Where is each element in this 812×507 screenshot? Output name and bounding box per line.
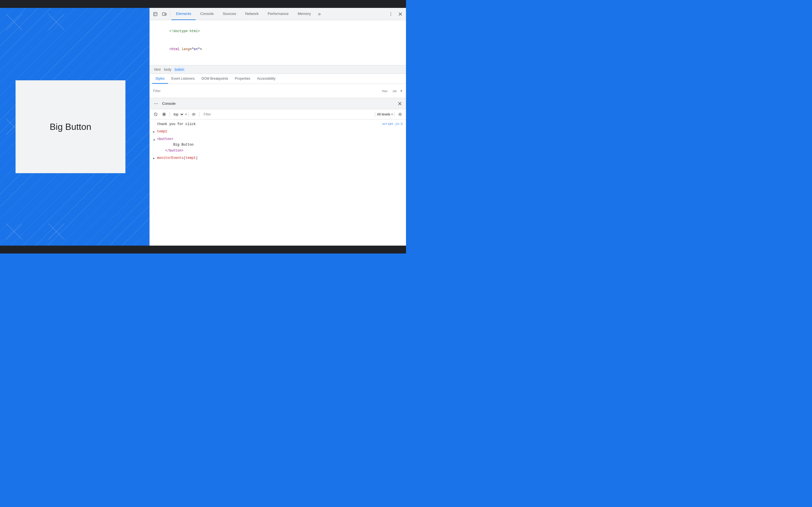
- html-line-head[interactable]: ▶ <head>…</head>: [150, 58, 406, 65]
- console-element-content: <button> Big Button </button>: [157, 136, 194, 154]
- console-separator-4: |: [374, 111, 376, 117]
- console-separator-2: |: [188, 111, 189, 117]
- console-stop-button[interactable]: [160, 111, 168, 118]
- sub-tab-dom-breakpoints[interactable]: DOM Breakpoints: [198, 74, 232, 83]
- tab-elements[interactable]: Elements: [171, 8, 196, 20]
- console-output[interactable]: ▶ thank you for click script.js:2 ▶ temp…: [150, 119, 406, 245]
- big-button-container[interactable]: Big Button: [15, 80, 125, 173]
- hov-button[interactable]: :hov: [380, 89, 389, 93]
- styles-filter-input[interactable]: [153, 89, 378, 93]
- sub-tab-styles[interactable]: Styles: [152, 74, 168, 83]
- html-tree: <!doctype html> <html lang="en"> ▶ <head…: [150, 20, 406, 65]
- svg-point-10: [154, 103, 155, 104]
- console-context-select[interactable]: top: [171, 112, 184, 117]
- console-filter-input[interactable]: [201, 112, 373, 117]
- console-line-log[interactable]: ▶ thank you for click script.js:2: [150, 121, 406, 128]
- console-title: Console: [162, 101, 396, 106]
- console-line-monitor-events[interactable]: ▶ monitorEvents(temp1): [150, 154, 406, 162]
- console-eye-button[interactable]: [190, 111, 197, 118]
- console-line-button-element[interactable]: ◀ <button> Big Button </button>: [150, 135, 406, 154]
- html-line-html[interactable]: <html lang="en">: [150, 40, 406, 58]
- breadcrumb-html[interactable]: html: [153, 67, 162, 72]
- browser-top-bar: [0, 0, 406, 8]
- console-separator-3: |: [199, 111, 200, 117]
- svg-point-7: [391, 15, 391, 15]
- svg-line-16: [155, 113, 157, 115]
- elements-panel[interactable]: <!doctype html> <html lang="en"> ▶ <head…: [150, 20, 406, 65]
- expand-icon[interactable]: ▶: [153, 129, 155, 134]
- inspect-element-button[interactable]: [151, 10, 160, 18]
- console-menu-button[interactable]: [152, 100, 160, 108]
- more-tabs-button[interactable]: »: [315, 10, 323, 18]
- cls-button[interactable]: .cls: [391, 89, 398, 93]
- toolbar-divider: [170, 11, 170, 17]
- big-button-text: Big Button: [50, 122, 91, 132]
- html-line-doctype[interactable]: <!doctype html>: [150, 22, 406, 40]
- sub-tab-properties[interactable]: Properties: [232, 74, 254, 83]
- svg-point-11: [156, 103, 156, 104]
- svg-point-6: [391, 13, 391, 14]
- svg-rect-4: [165, 13, 166, 15]
- svg-point-5: [391, 12, 391, 13]
- tab-console[interactable]: Console: [196, 8, 218, 20]
- tab-performance[interactable]: Performance: [263, 8, 293, 20]
- expand-icon[interactable]: ◀: [152, 138, 156, 140]
- console-header: Console: [150, 98, 406, 109]
- close-devtools-button[interactable]: [396, 10, 405, 18]
- sub-tab-event-listeners[interactable]: Event Listeners: [168, 74, 198, 83]
- console-toolbar: | top ▾ | | | All levels ▾ |: [150, 109, 406, 119]
- add-style-button[interactable]: +: [400, 89, 403, 94]
- customize-devtools-button[interactable]: [386, 10, 395, 18]
- devtools-tabs: Elements Console Sources Network Perform…: [171, 8, 386, 20]
- console-monitor-text: monitorEvents(temp1): [157, 155, 403, 161]
- tab-sources[interactable]: Sources: [218, 8, 241, 20]
- breadcrumb-button[interactable]: button: [174, 67, 185, 72]
- svg-rect-0: [154, 12, 157, 16]
- console-separator: |: [169, 111, 170, 117]
- context-dropdown-arrow: ▾: [185, 113, 187, 116]
- devtools-toolbar: Elements Console Sources Network Perform…: [150, 8, 406, 20]
- console-clear-button[interactable]: [152, 111, 159, 118]
- console-log-text: thank you for click: [157, 121, 380, 127]
- svg-point-20: [193, 114, 195, 115]
- toolbar-actions: [386, 10, 405, 18]
- svg-point-12: [157, 103, 158, 104]
- tab-memory[interactable]: Memory: [293, 8, 315, 20]
- tab-network[interactable]: Network: [241, 8, 263, 20]
- breadcrumb-body[interactable]: body: [163, 67, 172, 72]
- svg-point-21: [400, 114, 401, 115]
- webpage-preview: Big Button: [0, 8, 141, 245]
- console-source-link[interactable]: script.js:2: [382, 121, 403, 127]
- console-levels-label: All levels: [377, 112, 390, 116]
- console-line-temp1[interactable]: ▶ temp1: [150, 128, 406, 135]
- styles-filter-bar: :hov .cls +: [150, 84, 406, 98]
- console-var-temp1: temp1: [157, 129, 403, 134]
- svg-rect-3: [162, 13, 165, 15]
- browser-bottom-bar: [0, 245, 406, 253]
- sub-tabs-bar: Styles Event Listeners DOM Breakpoints P…: [150, 74, 406, 84]
- breadcrumb-bar: html body button: [150, 65, 406, 74]
- device-toolbar-button[interactable]: [160, 10, 169, 18]
- sub-tab-accessibility[interactable]: Accessibility: [254, 74, 279, 83]
- console-separator-5: |: [394, 111, 395, 117]
- devtools-panel: Elements Console Sources Network Perform…: [149, 8, 406, 245]
- levels-dropdown-arrow: ▾: [391, 113, 393, 116]
- console-close-button[interactable]: [396, 100, 404, 108]
- svg-rect-18: [163, 114, 165, 115]
- console-settings-button[interactable]: [396, 111, 404, 118]
- expand-icon[interactable]: ▶: [153, 156, 155, 161]
